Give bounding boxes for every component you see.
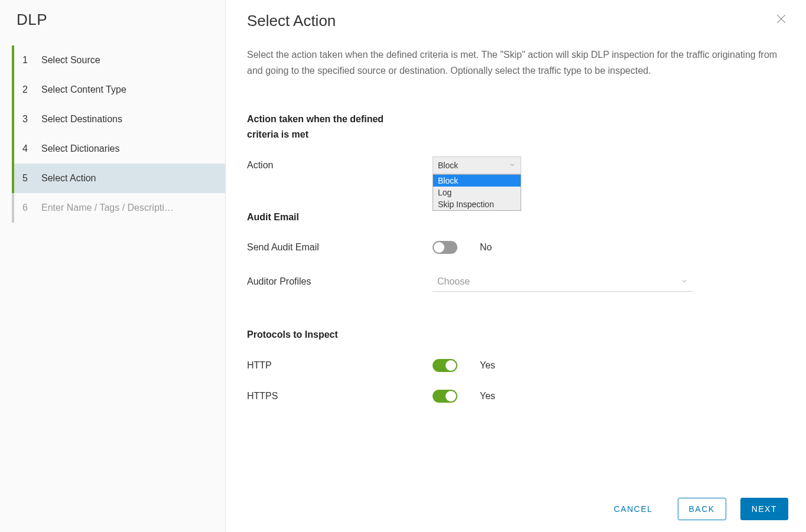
step-label: Select Content Type [41,84,126,95]
toggle-knob [434,242,444,253]
send-audit-email-row: Send Audit Email No [247,241,785,254]
step-number: 2 [22,84,37,95]
chevron-down-icon [681,276,688,287]
http-toggle[interactable] [433,359,457,372]
auditor-profiles-select[interactable]: Choose [433,272,693,292]
page-title: Select Action [247,12,785,30]
next-button[interactable]: NEXT [740,498,788,520]
step-number: 3 [22,114,37,125]
step-select-destinations[interactable]: 3 Select Destinations [12,105,225,134]
auditor-profiles-label: Auditor Profiles [247,276,433,287]
back-button[interactable]: BACK [678,498,726,520]
https-label: HTTPS [247,391,433,402]
http-label: HTTP [247,360,433,371]
send-audit-email-value: No [480,242,492,253]
http-value: Yes [480,360,495,371]
action-option-log[interactable]: Log [433,187,521,198]
action-label: Action [247,160,433,171]
stepper: 1 Select Source 2 Select Content Type 3 … [0,45,225,223]
auditor-profiles-placeholder: Choose [437,276,470,287]
step-select-content-type[interactable]: 2 Select Content Type [12,75,225,105]
https-value: Yes [480,391,495,402]
step-number: 1 [22,55,37,66]
step-select-dictionaries[interactable]: 4 Select Dictionaries [12,134,225,164]
step-label: Select Destinations [41,114,122,125]
send-audit-email-toggle[interactable] [433,241,457,254]
auditor-profiles-row: Auditor Profiles Choose [247,272,785,292]
action-selected-value: Block [438,161,458,170]
main-panel: Select Action Select the action taken wh… [226,0,806,532]
step-select-source[interactable]: 1 Select Source [12,45,225,75]
action-select[interactable]: Block [433,156,521,174]
close-icon [775,17,787,27]
close-button[interactable] [775,13,789,27]
step-label: Select Source [41,55,100,66]
step-enter-name-tags[interactable]: 6 Enter Name / Tags / Descripti… [12,193,225,223]
step-number: 6 [22,203,37,213]
step-label: Enter Name / Tags / Descripti… [41,203,174,213]
page-description: Select the action taken when the defined… [247,47,779,79]
action-section-header: Action taken when the defined criteria i… [247,112,412,142]
protocols-section-header: Protocols to Inspect [247,327,483,342]
action-dropdown: Block Log Skip Inspection [433,174,521,211]
toggle-knob [446,360,456,371]
https-toggle[interactable] [433,390,457,403]
toggle-knob [446,391,456,402]
action-option-block[interactable]: Block [433,175,521,187]
step-select-action[interactable]: 5 Select Action [12,164,225,193]
http-row: HTTP Yes [247,359,785,372]
action-row: Action Block Block Log Skip Inspection [247,156,785,174]
step-label: Select Dictionaries [41,143,120,154]
step-label: Select Action [41,173,96,184]
cancel-button[interactable]: CANCEL [603,498,664,520]
audit-section-header: Audit Email [247,210,483,225]
action-select-wrapper: Block Block Log Skip Inspection [433,156,521,174]
action-option-skip-inspection[interactable]: Skip Inspection [433,198,521,210]
footer: CANCEL BACK NEXT [603,498,788,520]
chevron-down-icon [509,161,516,170]
sidebar: DLP 1 Select Source 2 Select Content Typ… [0,0,226,532]
https-row: HTTPS Yes [247,390,785,403]
send-audit-email-label: Send Audit Email [247,242,433,253]
step-number: 4 [22,143,37,154]
sidebar-title: DLP [0,11,225,45]
step-number: 5 [22,173,37,184]
